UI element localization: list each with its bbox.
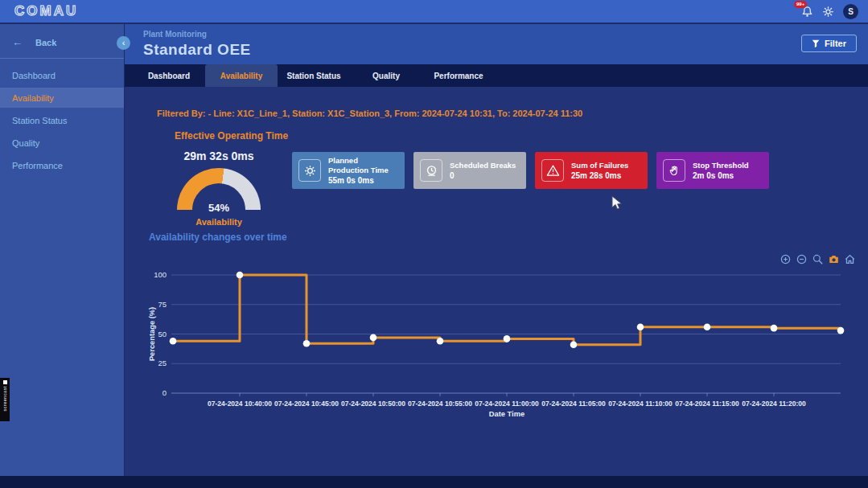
- gauge-value-text: 29m 32s 0ms: [165, 150, 273, 162]
- card-title: Sum of Failures: [571, 161, 628, 170]
- page-title: Standard OEE: [143, 41, 251, 59]
- gauge-arc: 54%: [177, 168, 261, 210]
- svg-text:100: 100: [154, 270, 167, 279]
- back-button[interactable]: ← Back: [0, 24, 124, 59]
- screen-recorder-tab[interactable]: screencast: [0, 378, 10, 421]
- filter-button-label: Filter: [825, 39, 846, 48]
- svg-text:07-24-2024 10:50:00: 07-24-2024 10:50:00: [341, 400, 405, 408]
- tab-quality[interactable]: Quality: [350, 64, 422, 87]
- svg-text:50: 50: [158, 330, 167, 338]
- tab-station-status[interactable]: Station Status: [278, 64, 350, 87]
- gear-icon[interactable]: [822, 6, 834, 18]
- top-bar: COMAU 99+ S: [0, 0, 868, 24]
- warning-triangle-icon: [546, 164, 560, 178]
- funnel-icon: [812, 39, 820, 48]
- svg-text:07-24-2024 10:45:00: 07-24-2024 10:45:00: [274, 400, 339, 408]
- gear-icon: [303, 164, 317, 178]
- kpi-cards: Planned Production Time 55m 0s 0ms Sched…: [292, 152, 769, 189]
- sidebar-item-dashboard[interactable]: Dashboard: [0, 65, 124, 85]
- availability-gauge: 29m 32s 0ms 54% Availability: [165, 150, 273, 227]
- card-value: 0: [450, 171, 516, 180]
- svg-text:07-24-2024 11:15:00: 07-24-2024 11:15:00: [675, 400, 739, 408]
- svg-text:07-24-2024 10:55:00: 07-24-2024 10:55:00: [408, 400, 472, 408]
- sidebar-collapse-button[interactable]: ‹: [117, 36, 130, 50]
- hand-icon: [668, 164, 681, 178]
- mouse-cursor: [611, 195, 623, 211]
- svg-text:07-24-2024 11:05:00: 07-24-2024 11:05:00: [541, 400, 606, 408]
- svg-text:0: 0: [162, 388, 167, 397]
- break-clock-icon: [425, 164, 438, 178]
- card-value: 55m 0s 0ms: [328, 176, 398, 185]
- sidebar-item-availability[interactable]: Availability: [0, 88, 124, 108]
- tab-performance[interactable]: Performance: [422, 64, 495, 87]
- comau-logo: COMAU: [14, 3, 78, 19]
- sidebar-item-station-status[interactable]: Station Status: [0, 110, 124, 130]
- sidebar: ← Back Dashboard Availability Station St…: [0, 24, 125, 476]
- user-avatar[interactable]: S: [843, 4, 858, 19]
- svg-text:Percentage (%): Percentage (%): [148, 307, 156, 361]
- gauge-caption: Availability: [165, 217, 273, 227]
- effective-operating-time-title: Effective Operating Time: [175, 130, 288, 141]
- card-title: Planned Production Time: [328, 156, 398, 175]
- back-arrow-icon: ←: [12, 36, 23, 48]
- card-stop-threshold: Stop Threshold 2m 0s 0ms: [656, 152, 769, 189]
- card-title: Stop Threshold: [693, 161, 749, 170]
- back-label: Back: [35, 38, 56, 47]
- card-value: 25m 28s 0ms: [571, 171, 628, 180]
- svg-text:07-24-2024 11:00:00: 07-24-2024 11:00:00: [475, 400, 539, 408]
- page-header: Plant Monitoring Standard OEE Filter: [125, 24, 868, 64]
- availability-step-chart[interactable]: 025507510007-24-2024 10:40:0007-24-2024 …: [147, 259, 863, 424]
- notifications-button[interactable]: 99+: [801, 6, 813, 18]
- sidebar-item-performance[interactable]: Performance: [0, 155, 124, 175]
- card-sum-of-failures: Sum of Failures 25m 28s 0ms: [535, 152, 648, 189]
- card-planned-production-time: Planned Production Time 55m 0s 0ms: [292, 152, 405, 189]
- sidebar-item-quality[interactable]: Quality: [0, 133, 124, 153]
- tab-availability[interactable]: Availability: [205, 64, 278, 87]
- svg-text:75: 75: [158, 300, 167, 309]
- chart-title: Availability changes over time: [149, 232, 287, 243]
- tab-dashboard[interactable]: Dashboard: [133, 64, 205, 87]
- screen-recorder-label: screencast: [2, 386, 7, 412]
- svg-text:Date Time: Date Time: [489, 410, 525, 418]
- svg-text:07-24-2024 11:10:00: 07-24-2024 11:10:00: [608, 400, 673, 408]
- notification-badge: 99+: [794, 1, 807, 8]
- svg-text:07-24-2024 10:40:00: 07-24-2024 10:40:00: [208, 400, 272, 408]
- svg-text:07-24-2024 11:20:00: 07-24-2024 11:20:00: [742, 400, 806, 408]
- record-dot-icon: [3, 380, 7, 384]
- card-scheduled-breaks: Scheduled Breaks 0: [413, 152, 526, 189]
- card-value: 2m 0s 0ms: [693, 171, 749, 180]
- filter-button[interactable]: Filter: [801, 35, 857, 52]
- gauge-percent-label: 54%: [177, 202, 261, 214]
- main-panel: Filtered By: - Line: X1C_Line_1, Station…: [125, 87, 868, 476]
- card-title: Scheduled Breaks: [450, 161, 516, 170]
- filtered-by-text: Filtered By: - Line: X1C_Line_1, Station…: [157, 109, 582, 118]
- svg-text:25: 25: [158, 359, 167, 367]
- tab-bar: Dashboard Availability Station Status Qu…: [125, 64, 868, 87]
- breadcrumb: Plant Monitoring: [143, 30, 207, 39]
